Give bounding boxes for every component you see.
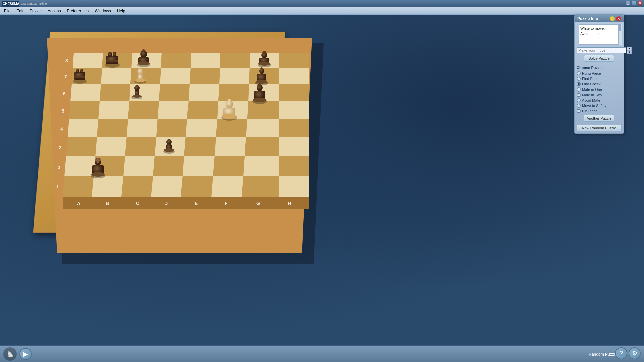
svg-point-129 (228, 99, 231, 102)
svg-marker-45 (66, 137, 97, 156)
svg-point-132 (166, 139, 172, 145)
svg-marker-29 (69, 101, 100, 119)
menu-edit[interactable]: Edit (14, 8, 26, 14)
menu-windows[interactable]: Windows (92, 8, 114, 14)
option-pin-piece[interactable]: Pin Piece (575, 108, 624, 114)
svg-text:D: D (164, 201, 168, 206)
svg-text:G: G (256, 201, 260, 206)
option-avoid-mate[interactable]: Avoid Mate (575, 98, 624, 103)
title-bar: CHESSMASTER Grandmaster Edition _ □ ✕ (0, 0, 644, 7)
close-button[interactable]: ✕ (637, 1, 643, 5)
svg-point-134 (164, 148, 174, 152)
svg-point-128 (224, 101, 226, 103)
help-button[interactable]: ? (615, 347, 627, 359)
svg-text:C: C (136, 201, 139, 206)
new-random-puzzle-button[interactable]: New Random Puzzle (577, 125, 622, 131)
svg-point-116 (134, 85, 140, 91)
option-find-fork[interactable]: Find Fork (575, 76, 624, 81)
move-down-button[interactable]: ▼ (627, 50, 632, 54)
app-subtitle: Grandmaster Edition (21, 2, 49, 5)
radio-find-check[interactable] (577, 82, 581, 86)
play-button[interactable]: ▶ (19, 348, 32, 360)
option-hung-piece-label: Hung Piece (582, 71, 601, 75)
svg-marker-39 (127, 119, 158, 137)
menu-actions[interactable]: Actions (45, 8, 63, 14)
option-mate-in-one-label: Mate in One (582, 87, 602, 92)
move-input[interactable] (577, 47, 626, 53)
maximize-button[interactable]: □ (631, 1, 637, 5)
option-avoid-mate-label: Avoid Mate (582, 98, 600, 102)
svg-marker-40 (156, 119, 187, 137)
radio-move-to-safety[interactable] (577, 104, 581, 108)
svg-point-118 (132, 95, 142, 98)
radio-mate-in-two[interactable] (577, 93, 581, 97)
minimize-button[interactable]: _ (625, 1, 631, 5)
menu-preferences[interactable]: Preferences (64, 8, 91, 14)
svg-point-127 (222, 114, 237, 119)
solve-puzzle-button[interactable]: Solve Puzzle (584, 55, 614, 62)
panel-minimize-button[interactable] (610, 16, 615, 21)
option-move-to-safety[interactable]: Move to Safety (575, 103, 624, 108)
option-mate-in-two[interactable]: Mate in Two (575, 92, 624, 98)
svg-marker-44 (279, 119, 309, 137)
svg-marker-60 (279, 156, 309, 176)
svg-marker-35 (247, 101, 279, 119)
radio-find-fork[interactable] (577, 77, 581, 81)
svg-text:3: 3 (59, 145, 62, 150)
svg-marker-69 (63, 197, 309, 209)
move-input-row: ▲ ▼ (577, 47, 622, 54)
svg-point-107 (137, 68, 143, 75)
svg-marker-22 (100, 84, 130, 101)
option-hung-piece[interactable]: Hung Piece (575, 71, 624, 76)
move-up-button[interactable]: ▲ (627, 47, 632, 50)
svg-point-122 (253, 98, 266, 102)
knight-icon: ♞ (3, 347, 17, 361)
menu-puzzle[interactable]: Puzzle (27, 8, 44, 14)
svg-point-123 (258, 83, 261, 87)
puzzle-info-panel: Puzzle Info ✕ White to move. Avoid mate.… (574, 15, 624, 134)
radio-mate-in-one[interactable] (577, 87, 581, 92)
svg-marker-67 (241, 176, 279, 197)
svg-marker-42 (216, 119, 247, 137)
radio-avoid-mate[interactable] (577, 98, 581, 102)
bottom-bar: ♞ ▶ Random Puzzle ? ⚙ (0, 345, 644, 362)
another-puzzle-button[interactable]: Another Puzzle (584, 115, 615, 122)
svg-marker-10 (220, 53, 250, 68)
window-controls: _ □ ✕ (625, 1, 643, 5)
option-find-check[interactable]: Find Check (575, 81, 624, 87)
svg-point-94 (138, 61, 150, 65)
chess-board[interactable]: 8 7 6 5 4 3 2 1 A B C D E F G H (17, 15, 352, 269)
svg-text:CHESSMASTER: CHESSMASTER (3, 2, 19, 6)
svg-marker-12 (279, 53, 309, 68)
panel-close-button[interactable]: ✕ (616, 16, 621, 21)
svg-marker-66 (211, 176, 243, 197)
radio-pin-piece[interactable] (577, 109, 581, 113)
svg-marker-41 (186, 119, 217, 137)
menu-file[interactable]: File (1, 8, 13, 14)
radio-hung-piece[interactable] (577, 71, 581, 75)
option-mate-in-one[interactable]: Mate in One (575, 87, 624, 92)
svg-point-130 (233, 101, 235, 103)
menu-help[interactable]: Help (114, 8, 128, 14)
svg-marker-53 (64, 156, 95, 176)
svg-marker-52 (279, 137, 309, 156)
svg-point-138 (91, 172, 105, 177)
svg-marker-59 (243, 156, 279, 176)
description-scrollbar[interactable] (618, 24, 622, 45)
puzzle-description: White to move. Avoid mate. (579, 24, 620, 45)
svg-text:5: 5 (62, 108, 64, 114)
svg-marker-32 (158, 101, 189, 119)
svg-marker-28 (279, 84, 309, 101)
settings-button[interactable]: ⚙ (629, 347, 641, 359)
svg-marker-24 (159, 84, 190, 101)
svg-marker-17 (190, 68, 220, 84)
option-find-check-label: Find Check (582, 82, 601, 86)
svg-rect-140 (95, 159, 101, 161)
svg-marker-47 (125, 137, 156, 156)
svg-rect-88 (108, 52, 112, 57)
svg-text:6: 6 (63, 91, 66, 96)
svg-point-95 (142, 49, 145, 52)
svg-text:8: 8 (65, 58, 68, 63)
svg-text:A: A (77, 201, 80, 206)
svg-text:2: 2 (58, 165, 60, 170)
